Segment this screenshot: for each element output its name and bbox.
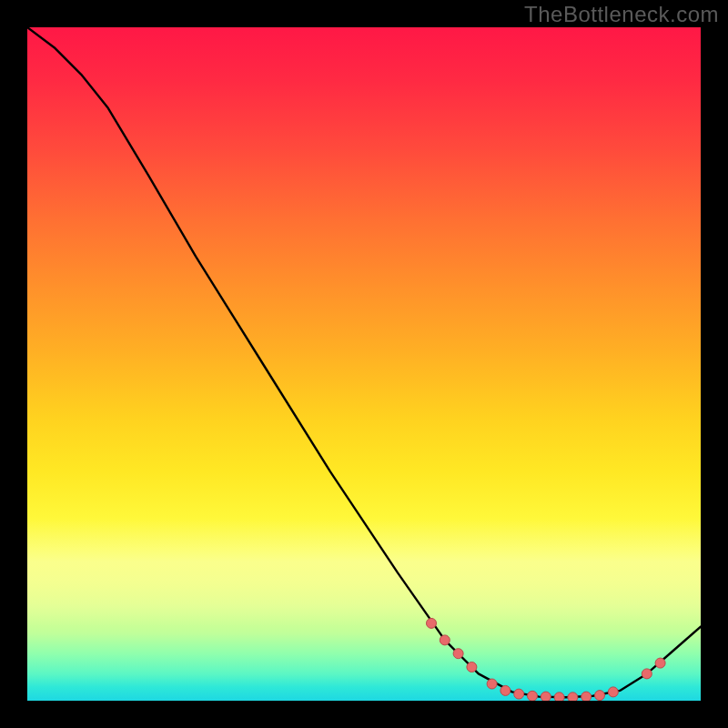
marker-dot (500, 685, 511, 695)
marker-dot (528, 691, 538, 701)
marker-dot (427, 618, 437, 628)
marker-dot (453, 649, 463, 659)
marker-dot (608, 687, 618, 697)
marker-dot (568, 693, 578, 701)
chart-root: TheBottleneck.com (0, 0, 728, 728)
marker-dot (440, 635, 450, 645)
marker-dot (467, 662, 477, 672)
marker-dot (581, 692, 592, 701)
curve-markers (427, 618, 666, 701)
marker-dot (655, 658, 665, 668)
marker-dot (541, 692, 551, 701)
marker-dot (642, 669, 652, 679)
bottleneck-curve (27, 27, 701, 701)
plot-area (27, 27, 701, 701)
marker-dot (514, 689, 524, 699)
marker-dot (487, 679, 497, 689)
marker-dot (554, 693, 564, 701)
marker-dot (595, 691, 605, 701)
watermark: TheBottleneck.com (524, 2, 719, 27)
curve-line (27, 27, 701, 697)
